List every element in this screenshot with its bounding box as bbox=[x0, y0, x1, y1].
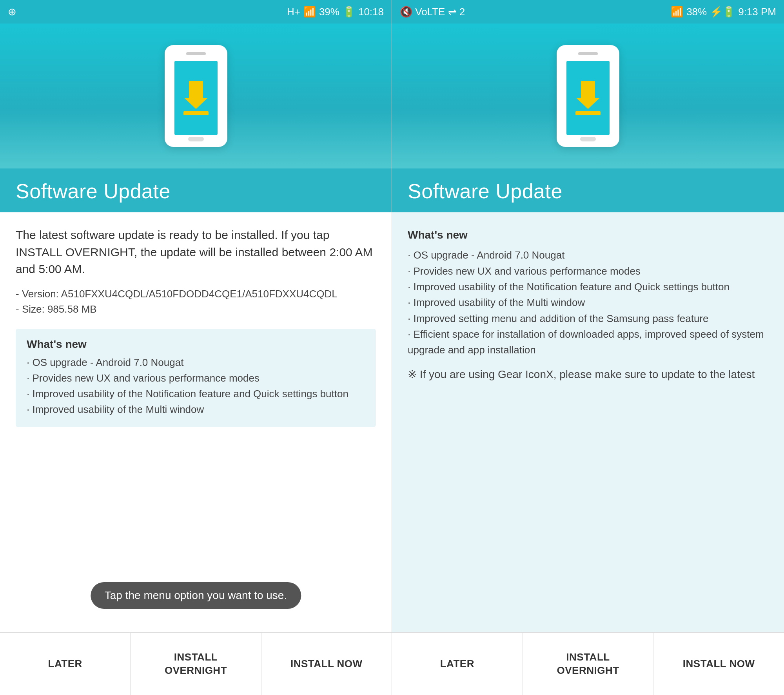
right-whats-new: What's new · OS upgrade - Android 7.0 No… bbox=[408, 226, 768, 358]
left-signal-type: H+ bbox=[287, 6, 300, 18]
right-battery: 38% bbox=[686, 6, 707, 18]
right-battery-icon: ⚡🔋 bbox=[710, 6, 735, 18]
right-title-banner: Software Update bbox=[392, 168, 784, 212]
left-version-line1: - Version: A510FXXU4CQDL/A510FDODD4CQE1/… bbox=[16, 286, 376, 302]
right-signal-bars: 📶 bbox=[671, 6, 683, 18]
right-status-left: 🔇 VoLTE ⇌ 2 bbox=[400, 6, 671, 18]
list-item: · Improved usability of the Notification… bbox=[408, 279, 768, 295]
list-item: · OS upgrade - Android 7.0 Nougat bbox=[27, 355, 365, 370]
left-hero-phone bbox=[165, 45, 227, 147]
right-content: What's new · OS upgrade - Android 7.0 No… bbox=[392, 212, 784, 632]
right-whats-new-title: What's new bbox=[408, 226, 768, 243]
left-download-icon bbox=[183, 81, 209, 115]
list-item: · Improved usability of the Notification… bbox=[27, 386, 365, 402]
left-battery: 39% bbox=[319, 6, 339, 18]
left-status-bar: ⊕ H+ 📶 39% 🔋 10:18 bbox=[0, 0, 392, 24]
left-notification-icon: ⊕ bbox=[8, 6, 16, 18]
left-signal-bars: 📶 bbox=[303, 6, 316, 18]
left-hero bbox=[0, 24, 392, 168]
right-whats-new-list: · OS upgrade - Android 7.0 Nougat · Prov… bbox=[408, 247, 768, 358]
right-page-title: Software Update bbox=[408, 179, 768, 203]
right-status-right: 📶 38% ⚡🔋 9:13 PM bbox=[671, 6, 776, 18]
list-item: · Improved usability of the Multi window bbox=[27, 402, 365, 417]
list-item: · Efficient space for installation of do… bbox=[408, 326, 768, 358]
right-hero bbox=[392, 24, 784, 168]
tooltip: Tap the menu option you want to use. bbox=[91, 582, 301, 609]
left-main-text: The latest software update is ready to b… bbox=[16, 226, 376, 278]
right-install-overnight-button[interactable]: INSTALL OVERNIGHT bbox=[523, 633, 654, 695]
right-status-bar: 🔇 VoLTE ⇌ 2 📶 38% ⚡🔋 9:13 PM bbox=[392, 0, 784, 24]
left-whats-new-list: · OS upgrade - Android 7.0 Nougat · Prov… bbox=[27, 355, 365, 418]
left-install-now-button[interactable]: INSTALL NOW bbox=[261, 633, 392, 695]
right-install-now-button[interactable]: INSTALL NOW bbox=[653, 633, 784, 695]
right-hero-phone bbox=[557, 45, 619, 147]
right-download-icon bbox=[575, 81, 601, 115]
list-item: · Improved setting menu and addition of … bbox=[408, 311, 768, 326]
left-install-overnight-button[interactable]: INSTALL OVERNIGHT bbox=[131, 633, 261, 695]
left-whats-new-box: What's new · OS upgrade - Android 7.0 No… bbox=[16, 329, 376, 427]
left-status-left: ⊕ bbox=[8, 6, 287, 18]
left-hero-screen bbox=[174, 61, 218, 135]
left-content: The latest software update is ready to b… bbox=[0, 212, 392, 632]
right-note-text: ※ If you are using Gear IconX, please ma… bbox=[408, 366, 768, 383]
left-bottom-buttons: LATER INSTALL OVERNIGHT INSTALL NOW bbox=[0, 632, 392, 695]
left-whats-new-title: What's new bbox=[27, 338, 365, 351]
left-version-line2: - Size: 985.58 MB bbox=[16, 302, 376, 317]
right-notification-icons: 🔇 VoLTE ⇌ 2 bbox=[400, 6, 465, 18]
right-later-button[interactable]: LATER bbox=[392, 633, 523, 695]
right-phone-panel: 🔇 VoLTE ⇌ 2 📶 38% ⚡🔋 9:13 PM Software Up… bbox=[392, 0, 784, 695]
left-phone-panel: ⊕ H+ 📶 39% 🔋 10:18 Software Update The l bbox=[0, 0, 392, 695]
list-item: · Provides new UX and various performanc… bbox=[27, 370, 365, 386]
left-version-info: - Version: A510FXXU4CQDL/A510FDODD4CQE1/… bbox=[16, 286, 376, 317]
list-item: · OS upgrade - Android 7.0 Nougat bbox=[408, 247, 768, 263]
list-item: · Improved usability of the Multi window bbox=[408, 295, 768, 310]
left-later-button[interactable]: LATER bbox=[0, 633, 131, 695]
right-hero-screen bbox=[566, 61, 610, 135]
list-item: · Provides new UX and various performanc… bbox=[408, 263, 768, 279]
right-bottom-buttons: LATER INSTALL OVERNIGHT INSTALL NOW bbox=[392, 632, 784, 695]
left-title-banner: Software Update bbox=[0, 168, 392, 212]
right-time: 9:13 PM bbox=[738, 6, 776, 18]
left-time: 10:18 bbox=[358, 6, 384, 18]
left-status-right: H+ 📶 39% 🔋 10:18 bbox=[287, 6, 384, 18]
left-battery-icon: 🔋 bbox=[343, 6, 355, 18]
left-page-title: Software Update bbox=[16, 179, 376, 203]
